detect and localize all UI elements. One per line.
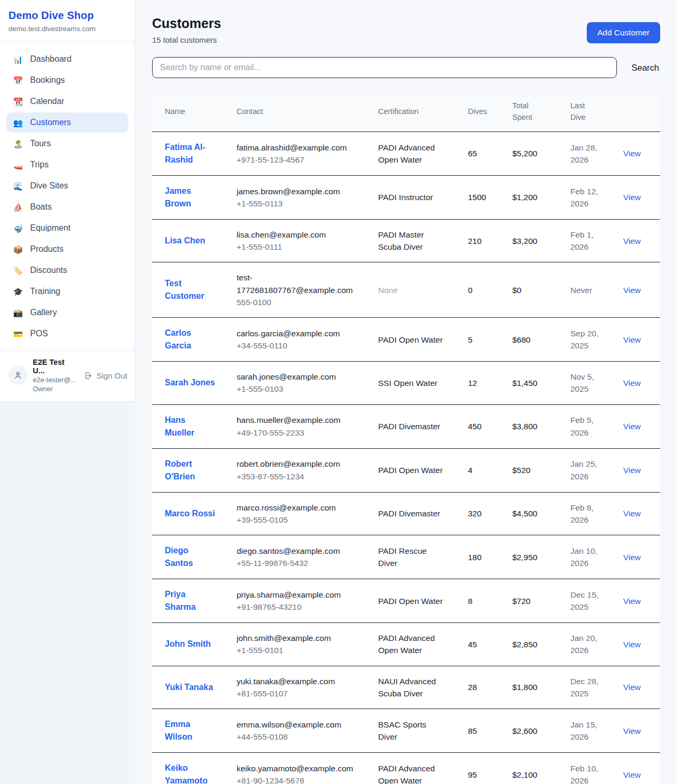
sidebar-item-products[interactable]: 📦Products [6,239,128,259]
customer-last-dive: Dec 28, 2025 [570,675,601,700]
column-header-dives: Dives [462,92,506,131]
customer-certification: PADI Open Water [378,334,445,346]
column-header-last-dive: Last Dive [564,92,617,131]
customer-phone: 555-0100 [237,296,365,308]
add-customer-button[interactable]: Add Customer [587,22,660,43]
page-header: Customers 15 total customers Add Custome… [152,16,660,44]
customer-last-dive: Sep 20, 2025 [570,327,601,352]
view-link[interactable]: View [623,770,641,779]
customer-name-link[interactable]: Hans Mueller [165,414,215,439]
sidebar-item-equipment[interactable]: 🤿Equipment [6,218,128,238]
sidebar-item-discounts[interactable]: 🏷️Discounts [6,260,128,280]
user-icon [13,371,23,380]
sidebar-item-boats[interactable]: ⛵Boats [6,197,128,217]
customer-email: sarah.jones@example.com [237,371,365,383]
customer-name-link[interactable]: Test Customer [165,277,215,303]
column-header-certification: Certification [372,92,462,131]
customer-phone: +49-170-555-2233 [237,427,365,439]
view-link[interactable]: View [623,422,641,431]
gallery-icon: 📸 [13,309,23,317]
customer-dives: 85 [462,709,506,753]
customer-certification: PADI Advanced Open Water [378,762,445,784]
sign-out-icon [84,371,93,380]
customer-last-dive: Jan 25, 2026 [570,458,601,483]
column-header-actions [617,92,660,131]
customer-email: test-1772681807767@example.com [237,271,365,296]
sidebar-item-label: Products [30,244,63,254]
view-link[interactable]: View [623,237,641,245]
table-row: John Smithjohn.smith@example.com+1-555-0… [152,623,660,666]
customer-email: emma.wilson@example.com [237,719,365,731]
sidebar-item-pos[interactable]: 💳POS [6,324,128,344]
sidebar-item-bookings[interactable]: 📅Bookings [6,70,128,90]
user-meta: E2E Test U... e2e-tester@... Owner [33,358,79,393]
view-link[interactable]: View [623,726,641,735]
avatar [8,366,27,385]
sign-out-button[interactable]: Sign Out [84,371,127,380]
view-link[interactable]: View [623,193,641,202]
customer-certification: PADI Divemaster [378,420,445,432]
view-link[interactable]: View [623,597,641,606]
customer-last-dive: Feb 8, 2026 [570,502,601,526]
customer-name-link[interactable]: Keiko Yamamoto [165,762,215,784]
customer-last-dive: Jan 10, 2026 [570,545,601,570]
sidebar-item-trips[interactable]: 🚤Trips [6,155,128,175]
customer-name-link[interactable]: Priya Sharma [165,588,215,613]
sidebar-item-label: Trips [30,160,49,169]
table-row: James Brownjames.brown@example.com+1-555… [152,175,660,219]
customer-name-link[interactable]: Marco Rossi [165,507,215,520]
view-link[interactable]: View [623,149,641,158]
customer-name-link[interactable]: Yuki Tanaka [165,681,213,694]
calendar-icon: 📆 [13,98,23,106]
customer-dives: 180 [462,535,506,579]
app-title[interactable]: Demo Dive Shop [8,10,124,22]
sidebar-item-tours[interactable]: 🏝️Tours [6,134,128,154]
search-input[interactable] [152,57,617,78]
user-section: E2E Test U... e2e-tester@... Owner Sign … [0,350,135,401]
customer-total-spent: $5,200 [506,131,564,175]
view-link[interactable]: View [623,335,641,344]
customer-email: keiko.yamamoto@example.com [237,762,365,774]
customer-phone: +1-555-0103 [237,383,365,395]
view-link[interactable]: View [623,640,641,649]
view-link[interactable]: View [623,286,641,295]
customer-phone: +971-55-123-4567 [237,154,365,166]
customer-total-spent: $2,950 [506,535,564,579]
customer-email: robert.obrien@example.com [237,458,365,470]
sidebar-item-dashboard[interactable]: 📊Dashboard [6,49,128,69]
customer-email: priya.sharma@example.com [237,589,365,601]
column-header-contact: Contact [230,92,372,131]
sidebar-item-training[interactable]: 🎓Training [6,281,128,301]
sidebar-item-dive-sites[interactable]: 🌊Dive Sites [6,176,128,196]
customer-name-link[interactable]: James Brown [165,185,215,210]
customer-total-spent: $1,450 [506,362,564,405]
sidebar-item-label: Customers [30,118,71,127]
customer-last-dive: Feb 1, 2026 [570,229,601,253]
view-link[interactable]: View [623,509,641,518]
search-bar: Search [152,57,660,78]
view-link[interactable]: View [623,683,641,692]
sidebar-item-gallery[interactable]: 📸Gallery [6,303,128,323]
customer-name-link[interactable]: Robert O'Brien [165,458,215,483]
boats-icon: ⛵ [13,203,23,211]
customer-name-link[interactable]: John Smith [165,638,211,650]
sidebar-item-label: Equipment [30,223,71,233]
customer-phone: +81-90-1234-5678 [237,774,365,784]
table-row: Fatima Al-Rashidfatima.alrashid@example.… [152,131,660,175]
customer-name-link[interactable]: Fatima Al-Rashid [165,141,215,166]
sidebar-item-customers[interactable]: 👥Customers [6,112,128,133]
search-button[interactable]: Search [631,60,660,76]
view-link[interactable]: View [623,466,641,475]
view-link[interactable]: View [623,379,641,388]
sidebar-item-calendar[interactable]: 📆Calendar [6,91,128,111]
sidebar-item-label: Gallery [30,308,57,317]
customer-certification: PADI Rescue Diver [378,545,445,570]
view-link[interactable]: View [623,553,641,562]
customer-name-link[interactable]: Carlos Garcia [165,327,215,352]
sidebar-item-label: Dashboard [30,54,71,64]
table-header-row: NameContactCertificationDivesTotal Spent… [152,92,660,131]
customer-name-link[interactable]: Sarah Jones [165,376,215,389]
customer-name-link[interactable]: Diego Santos [165,544,215,570]
customer-name-link[interactable]: Lisa Chen [165,234,205,247]
customer-name-link[interactable]: Emma Wilson [165,718,215,743]
